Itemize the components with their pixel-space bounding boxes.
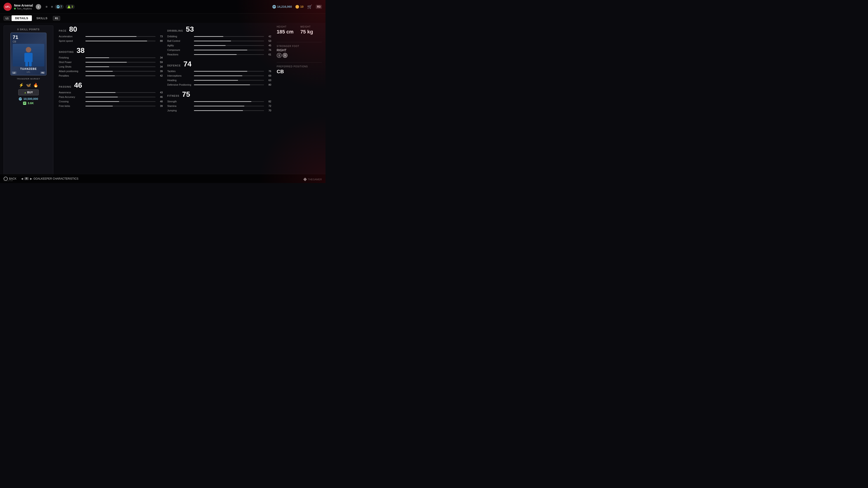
shooting-group: SHOOTING 38 Finishing 34 Shot Power 59: [59, 47, 163, 77]
stat-number: 39: [157, 70, 163, 72]
stat-number: 88: [157, 39, 163, 42]
currency-display: CP 14,216,060: [272, 5, 292, 8]
stat-name: Ball Control: [167, 39, 192, 42]
positions-label: PREFERRED POSITIONS: [277, 65, 322, 68]
player-head: [26, 47, 31, 53]
stat-name: Acceleration: [59, 35, 84, 38]
stat-bar-fill: [86, 36, 136, 37]
height-value: 185 cm: [277, 29, 293, 35]
r3-badge: R3: [316, 5, 322, 9]
stat-row-freekicks: Free kicks 39: [59, 105, 163, 107]
stat-row-jumping: Jumping 70: [167, 109, 271, 112]
fitness-group: FITNESS 75 Strength 82 Stamina 72: [167, 91, 271, 112]
tab-bar: L1 DETAILS SKILLS R1: [0, 13, 326, 23]
stat-bar-bg: [194, 45, 264, 46]
card-player-name: TUANZEBE: [13, 67, 44, 70]
dribbling-value: 53: [186, 26, 194, 33]
stat-row-agility: Agility 45: [167, 44, 271, 47]
stat-row-composure: Composure 76: [167, 48, 271, 51]
nav-dots: [46, 6, 53, 8]
r2-badge: R2: [40, 71, 45, 74]
divider: [277, 62, 322, 63]
left-arrow-hint: ◀: [21, 177, 23, 180]
stat-bar-fill: [86, 97, 118, 97]
stat-number: 70: [266, 109, 271, 112]
r-badge: R: [24, 177, 29, 180]
weight-value: 75 kg: [301, 29, 313, 35]
tab-details[interactable]: DETAILS: [11, 15, 32, 21]
stat-name: Shot Power: [59, 61, 84, 64]
stat-bar-fill: [86, 75, 115, 76]
nav-hint: ◀ R ▶ GOALKEEPER CHARACTERISTICS: [21, 177, 79, 180]
nav-hint-label: GOALKEEPER CHARACTERISTICS: [33, 177, 79, 180]
passing-group: PASSING 46 Awareness 43 Pass Accuracy 46: [59, 82, 163, 107]
defence-value: 74: [184, 60, 192, 68]
stat-name: Crossing: [59, 100, 84, 103]
cart-icon[interactable]: 🛒: [307, 4, 312, 9]
trait-icon-3: 🔥: [33, 83, 38, 88]
stat-row-reactions: Reactions 61: [167, 53, 271, 56]
player-figure: [24, 47, 33, 66]
stat-bar-bg: [86, 71, 156, 72]
xp-icon: [67, 5, 70, 8]
stat-bar-fill: [194, 45, 225, 46]
stat-name: Penalties: [59, 74, 84, 77]
stat-number: 59: [157, 61, 163, 64]
stat-row-tackles: Tackles 76: [167, 70, 271, 72]
stat-bar-bg: [194, 80, 264, 80]
stat-name: Finishing: [59, 56, 84, 59]
stat-bar-bg: [194, 101, 264, 102]
stat-name: Pass Accuracy: [59, 96, 84, 98]
player-body: [24, 53, 33, 62]
stat-number: 82: [266, 100, 271, 103]
stat-bar-fill: [86, 71, 113, 72]
stat-bar-bg: [194, 75, 264, 76]
stat-name: Agility: [167, 44, 192, 47]
stat-bar-bg: [86, 62, 156, 63]
stat-number: 45: [266, 44, 271, 47]
stat-row-strength: Strength 82: [167, 100, 271, 103]
stat-bar-bg: [86, 75, 156, 76]
height-weight-row: HEIGHT 185 cm WEIGHT 75 kg: [277, 26, 322, 39]
stat-number: 80: [266, 84, 271, 86]
passing-header: PASSING 46: [59, 82, 163, 89]
stat-bar-fill: [86, 41, 147, 41]
pace-group: PACE 80 Acceleration 73 Sprint speed 88: [59, 26, 163, 42]
price-rp: RP 3.6K: [23, 101, 34, 105]
stat-number: 63: [266, 79, 271, 82]
fitness-header: FITNESS 75: [167, 91, 271, 98]
foot-badge-1: 1: [277, 53, 282, 58]
l1-nav-button[interactable]: L1: [4, 16, 11, 21]
stat-number: 76: [266, 48, 271, 51]
stat-bar-bg: [194, 54, 264, 55]
trait-icon-1: ⚡: [19, 83, 24, 88]
stat-name: Defensive Positioning: [167, 84, 192, 86]
stat-bar-fill: [86, 57, 109, 58]
foot-value: RIGHT: [277, 48, 322, 52]
pace-label: PACE: [59, 29, 66, 32]
stat-name: Reactions: [167, 53, 192, 56]
tab-skills[interactable]: SKILLS: [33, 15, 51, 21]
stat-row-ballcontrol: Ball Control 53: [167, 39, 271, 42]
positions-block: PREFERRED POSITIONS CB: [277, 65, 322, 74]
r1-nav-button[interactable]: R1: [53, 16, 60, 21]
weight-label: WEIGHT: [301, 26, 313, 28]
stat-row-sprint: Sprint speed 88: [59, 39, 163, 42]
stat-row-defpos: Defensive Positioning 80: [167, 84, 271, 86]
stats-column-left: PACE 80 Acceleration 73 Sprint speed 88: [59, 26, 163, 176]
stat-number: 42: [157, 74, 163, 77]
stat-name: Interceptions: [167, 74, 192, 77]
stat-row-attackpos: Attack positioning 39: [59, 70, 163, 72]
stat-bar-fill: [194, 54, 237, 55]
stat-bar-bg: [86, 66, 156, 67]
dribbling-header: DRIBBLING 53: [167, 26, 271, 33]
trait-icon-2: 🦋: [26, 83, 31, 88]
stat-name: Awareness: [59, 91, 84, 94]
stat-bar-bg: [194, 71, 264, 72]
stat-name: Dribbling: [167, 35, 192, 38]
positions-value: CB: [277, 69, 322, 74]
buy-button[interactable]: ▲ BUY: [18, 90, 38, 95]
shooting-header: SHOOTING 38: [59, 47, 163, 54]
stat-bar-bg: [86, 97, 156, 97]
stat-bar-bg: [86, 36, 156, 37]
